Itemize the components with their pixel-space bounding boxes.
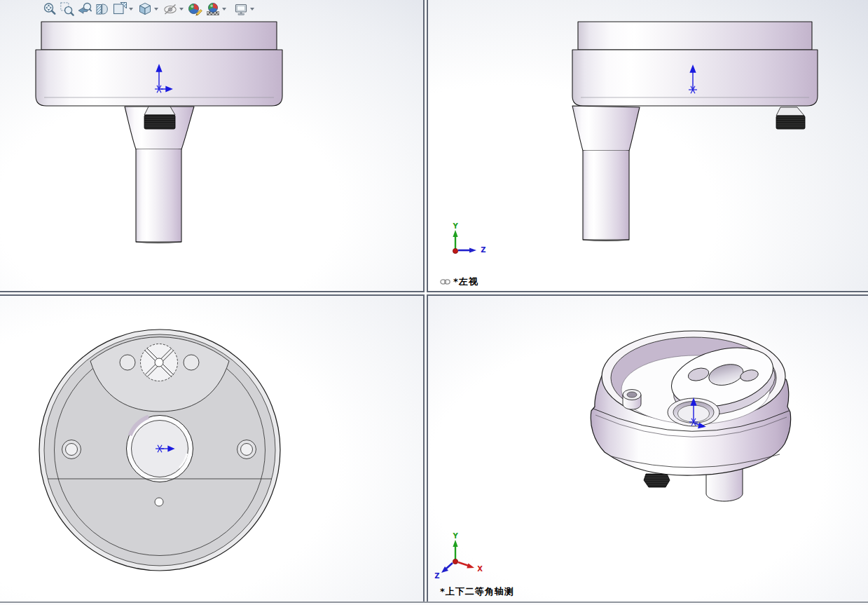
status-strip	[0, 601, 868, 605]
viewport-isometric[interactable]: Y X Z *上下二等角轴测	[427, 294, 868, 601]
hide-show-items-icon	[163, 1, 178, 17]
part-funnel[interactable]	[572, 106, 640, 151]
section-view-icon	[95, 1, 110, 17]
dropdown-caret[interactable]	[129, 8, 133, 11]
front-view-canvas[interactable]	[0, 0, 423, 291]
view-orientation-button[interactable]	[111, 1, 128, 17]
apply-scene-button[interactable]	[205, 1, 221, 17]
axis-x-label: X	[477, 565, 483, 573]
part-top-cap[interactable]	[41, 22, 277, 50]
zoom-to-area-icon	[60, 1, 75, 17]
hide-show-items-button[interactable]	[162, 1, 178, 17]
part-shaft[interactable]	[136, 149, 181, 242]
edit-appearance-icon	[188, 1, 203, 17]
dropdown-caret[interactable]	[154, 8, 158, 11]
viewport-left[interactable]: Y Z *左视	[427, 0, 868, 292]
part-shaft[interactable]	[583, 151, 629, 240]
part-front-view[interactable]	[36, 22, 282, 243]
viewport-top[interactable]	[0, 294, 425, 601]
axis-z-label: Z	[481, 246, 485, 254]
axis-y-label: Y	[452, 532, 458, 540]
display-style-icon	[137, 1, 153, 17]
axis-y-label: Y	[452, 222, 458, 230]
reference-triad: Y Z	[452, 222, 485, 254]
link-icon	[440, 278, 450, 285]
view-orientation-label: *左视	[440, 276, 478, 288]
part-set-screw[interactable]	[144, 107, 175, 129]
previous-view-button[interactable]	[76, 1, 92, 17]
reference-triad: Y X Z	[434, 532, 483, 580]
dropdown-caret[interactable]	[222, 8, 226, 11]
heads-up-toolbar	[41, 0, 257, 18]
part-set-screw[interactable]	[644, 474, 670, 487]
view-settings-icon	[233, 1, 249, 17]
display-style-button[interactable]	[137, 1, 153, 17]
edit-appearance-button[interactable]	[187, 1, 203, 17]
view-name-text: *上下二等角轴测	[440, 585, 514, 598]
apply-scene-icon	[205, 1, 221, 17]
view-orientation-label: *上下二等角轴测	[440, 585, 514, 598]
view-settings-button[interactable]	[233, 1, 249, 17]
zoom-to-fit-button[interactable]	[41, 1, 57, 17]
part-side-hole-left[interactable]	[62, 440, 81, 459]
viewport-front[interactable]	[0, 0, 425, 292]
previous-view-icon	[77, 1, 92, 17]
view-name-text: *左视	[453, 276, 478, 288]
part-isometric-view[interactable]	[591, 331, 790, 501]
section-view-button[interactable]	[94, 1, 110, 17]
part-cross-hole[interactable]	[141, 344, 178, 381]
dropdown-caret[interactable]	[179, 8, 184, 11]
top-view-canvas[interactable]	[0, 296, 423, 601]
isometric-view-canvas[interactable]: Y X Z	[428, 296, 868, 601]
part-top-view[interactable]	[39, 329, 280, 571]
solidworks-four-view-workspace: Y Z *左视	[0, 0, 868, 605]
part-top-cap[interactable]	[578, 22, 812, 50]
dropdown-caret[interactable]	[250, 8, 254, 11]
part-pin-hole[interactable]	[155, 498, 163, 506]
part-side-hole-right[interactable]	[237, 440, 256, 459]
part-tube-boss[interactable]	[623, 390, 641, 410]
zoom-to-fit-icon	[42, 1, 57, 17]
part-small-hole-right[interactable]	[184, 355, 199, 370]
left-view-canvas[interactable]: Y Z	[428, 0, 868, 291]
zoom-to-area-button[interactable]	[59, 1, 75, 17]
part-left-view[interactable]	[572, 22, 818, 241]
view-orientation-icon	[112, 1, 128, 17]
part-set-screw[interactable]	[776, 107, 805, 129]
axis-z-label: Z	[434, 572, 439, 580]
part-small-hole-left[interactable]	[120, 355, 135, 370]
